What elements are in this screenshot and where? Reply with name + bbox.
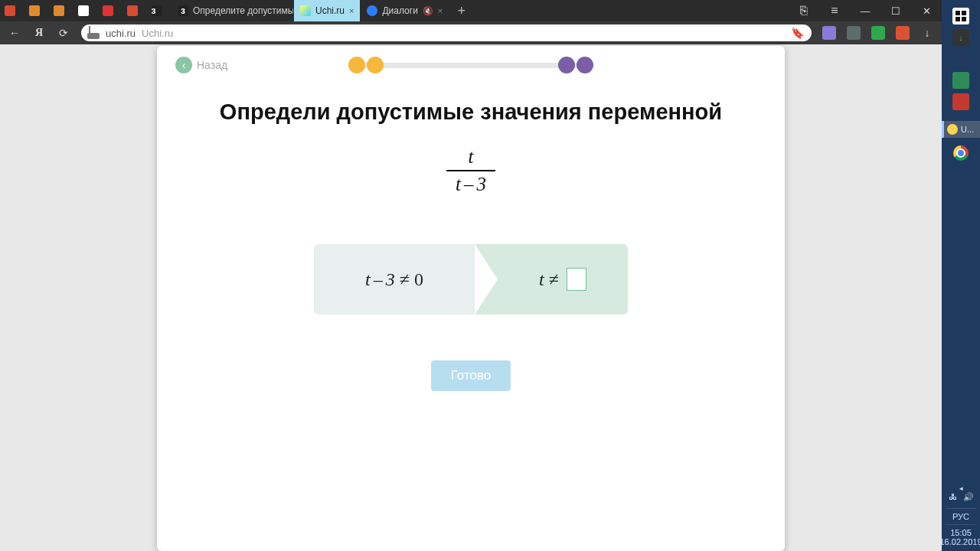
side-panel-button[interactable]: ⎘ [789,0,819,21]
ready-button[interactable]: Готово [431,360,511,391]
ext-icon-2[interactable] [847,26,861,40]
bookmark-icon[interactable]: 🔖 [791,27,804,39]
tab-0[interactable] [0,0,24,21]
tab-2[interactable] [49,0,74,21]
ext-icon-3[interactable] [871,26,885,40]
tray-volume-icon[interactable]: 🔊 [963,492,974,502]
url-host: uchi.ru [106,28,136,39]
address-bar: ← Я ⟳ uchi.ru Uchi.ru 🔖 ↓ [0,21,942,44]
taskbar-active-app[interactable]: U... [942,121,980,138]
system-tray: ◂ 🖧 🔊 РУС 15:05 16.02.2019 [942,484,980,551]
page-viewport: ‹ Назад Определи допустимые значения пер… [0,44,942,551]
maximize-button[interactable]: ☐ [880,0,911,21]
nav-back-icon[interactable]: ← [8,26,21,40]
tab-active[interactable]: Uchi.ru× [294,0,361,21]
exercise-title: Определи допустимые значения переменной [220,99,722,125]
start-button[interactable] [952,8,969,24]
step-answer: t≠ [475,244,628,315]
yandex-home-icon[interactable]: Я [32,26,46,40]
tray-time[interactable]: 15:05 [950,528,972,537]
mute-icon[interactable]: 🔇 [423,6,433,16]
window-controls: ⎘ ≡ — ☐ ✕ [789,0,942,21]
ext-icon-1[interactable] [822,26,836,40]
downloads-icon[interactable]: ↓ [920,26,934,40]
tray-more-icon[interactable]: ◂ [959,484,963,492]
taskbar-app-1[interactable] [952,29,969,46]
fraction-denominator: t–3 [451,174,491,195]
fraction-numerator: t [464,146,479,168]
fraction-bar [446,170,495,171]
back-label: Назад [197,59,227,71]
reload-icon[interactable]: ⟳ [57,26,70,40]
taskbar-app-4[interactable] [952,93,969,110]
tab-strip: з зОпределите допустимые з Uchi.ru× Диал… [0,0,942,21]
tab-6[interactable]: з [147,0,172,21]
card-topbar: ‹ Назад [175,57,766,73]
taskbar-chrome[interactable] [953,145,969,161]
expression-fraction: t t–3 [446,146,495,195]
exercise-card: ‹ Назад Определи допустимые значения пер… [157,46,785,551]
new-tab-button[interactable]: + [449,0,474,21]
url-path: Uchi.ru [142,28,173,39]
solution-steps: t–3 ≠ 0 t≠ [314,244,628,315]
tab-5[interactable] [122,0,147,21]
minimize-button[interactable]: — [850,0,880,21]
tab-1[interactable] [24,0,49,21]
ext-icon-4[interactable] [896,26,910,40]
lock-icon [89,27,100,39]
tab-3[interactable] [74,0,98,21]
tab-9[interactable]: Диалоги🔇× [361,0,449,21]
close-tab-icon[interactable]: × [349,6,354,15]
menu-button[interactable]: ≡ [819,0,850,21]
app-icon [947,124,958,135]
step-condition: t–3 ≠ 0 [314,244,475,315]
back-button[interactable]: ‹ Назад [175,57,227,73]
url-box[interactable]: uchi.ru Uchi.ru 🔖 [81,24,812,41]
tray-date[interactable]: 16.02.2019 [939,537,980,546]
tray-network-icon[interactable]: 🖧 [949,492,957,502]
tray-language[interactable]: РУС [952,512,969,521]
answer-input[interactable] [567,268,586,291]
taskbar-app-2[interactable] [952,51,969,67]
taskbar-top [952,3,969,115]
chevron-left-icon: ‹ [175,57,192,73]
tab-4[interactable] [98,0,122,21]
browser-window: з зОпределите допустимые з Uchi.ru× Диал… [0,0,942,551]
tab-7[interactable]: зОпределите допустимые з [172,0,294,21]
close-window-button[interactable]: ✕ [911,0,942,21]
progress-indicator [356,57,586,73]
taskbar-app-3[interactable] [952,72,969,89]
close-tab-icon[interactable]: × [438,6,443,15]
windows-taskbar-vertical: U... ◂ 🖧 🔊 РУС 15:05 16.02.2019 [942,0,980,551]
